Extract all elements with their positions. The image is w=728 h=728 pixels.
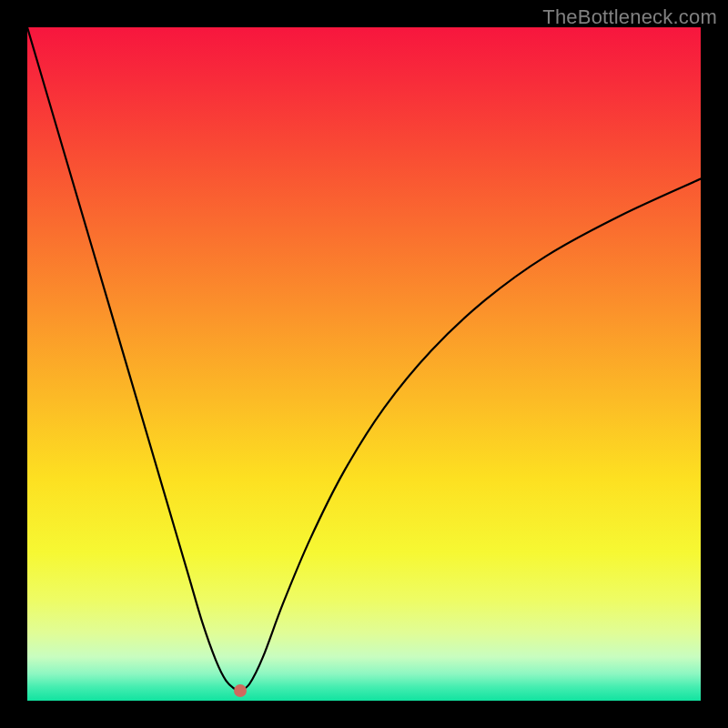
plot-area: [27, 27, 701, 701]
bottleneck-curve: [27, 27, 701, 701]
chart-frame: TheBottleneck.com: [0, 0, 728, 728]
watermark-text: TheBottleneck.com: [542, 5, 717, 29]
optimum-marker: [234, 684, 247, 697]
